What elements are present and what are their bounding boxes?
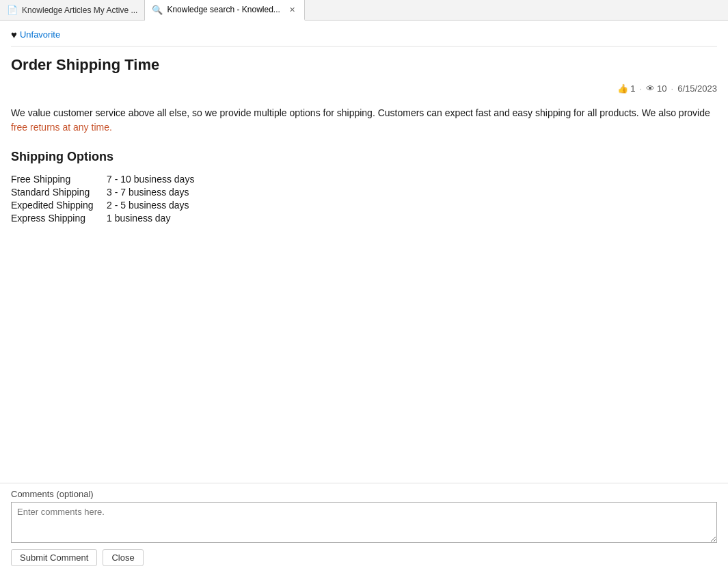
- thumbs-up-icon: 👍: [617, 83, 628, 94]
- divider: [11, 46, 717, 46]
- shipping-name-express: Express Shipping: [11, 213, 107, 224]
- shipping-options-heading: Shipping Options: [11, 150, 717, 164]
- tab-label-2: Knowledge search - Knowled...: [167, 5, 280, 14]
- meta-row: 👍 1 · 👁 10 · 6/15/2023: [11, 83, 717, 94]
- shipping-row-standard: Standard Shipping 3 - 7 business days: [11, 187, 717, 198]
- shipping-row-express: Express Shipping 1 business day: [11, 213, 717, 224]
- meta-dot-2: ·: [671, 83, 674, 94]
- tab-knowledge-articles[interactable]: 📄 Knowledge Articles My Active ...: [0, 0, 145, 20]
- tab-close-button[interactable]: ✕: [287, 4, 297, 16]
- views-count: 10: [657, 83, 666, 94]
- tab-search-icon: 🔍: [152, 5, 163, 15]
- tab-label-1: Knowledge Articles My Active ...: [22, 5, 137, 15]
- shipping-time-expedited: 2 - 5 business days: [107, 200, 189, 211]
- body-link: free returns at any time.: [11, 122, 112, 133]
- shipping-name-free: Free Shipping: [11, 174, 107, 185]
- content-area: ♥ Unfavorite Order Shipping Time 👍 1 · 👁…: [0, 21, 728, 234]
- tab-doc-icon: 📄: [7, 5, 18, 15]
- heart-icon: ♥: [11, 29, 17, 40]
- unfavorite-link[interactable]: ♥ Unfavorite: [11, 29, 717, 40]
- shipping-name-expedited: Expedited Shipping: [11, 200, 107, 211]
- article-body: We value customer service above all else…: [11, 106, 717, 135]
- unfavorite-label: Unfavorite: [20, 29, 60, 40]
- meta-dot-1: ·: [639, 83, 642, 94]
- article-date: 6/15/2023: [677, 83, 717, 94]
- tab-bar: 📄 Knowledge Articles My Active ... 🔍 Kno…: [0, 0, 728, 21]
- eye-icon: 👁: [646, 83, 655, 94]
- tab-knowledge-search[interactable]: 🔍 Knowledge search - Knowled... ✕: [145, 0, 304, 21]
- shipping-time-free: 7 - 10 business days: [107, 174, 194, 185]
- shipping-table: Free Shipping 7 - 10 business days Stand…: [11, 174, 717, 224]
- article-title: Order Shipping Time: [11, 56, 717, 74]
- shipping-name-standard: Standard Shipping: [11, 187, 107, 198]
- shipping-time-express: 1 business day: [107, 213, 170, 224]
- likes-count: 1: [630, 83, 635, 94]
- likes-meta: 👍 1: [617, 83, 635, 94]
- shipping-row-free: Free Shipping 7 - 10 business days: [11, 174, 717, 185]
- views-meta: 👁 10: [646, 83, 666, 94]
- shipping-row-expedited: Expedited Shipping 2 - 5 business days: [11, 200, 717, 211]
- body-text-1: We value customer service above all else…: [11, 107, 710, 118]
- shipping-time-standard: 3 - 7 business days: [107, 187, 189, 198]
